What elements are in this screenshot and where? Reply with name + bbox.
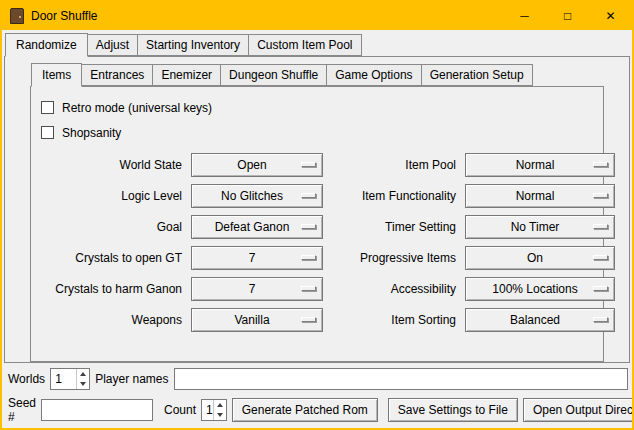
- minimize-button[interactable]: ─: [503, 2, 546, 30]
- crystals-open-gt-label: Crystals to open GT: [37, 251, 185, 265]
- worlds-row: Worlds 1 Player names: [8, 368, 628, 390]
- spin-up-icon[interactable]: [214, 400, 226, 410]
- dropdown-value: Balanced: [510, 313, 570, 327]
- world-state-label: World State: [37, 158, 185, 172]
- dropdown-value: No Timer: [511, 220, 570, 234]
- shopsanity-checkbox[interactable]: Shopsanity: [41, 120, 603, 145]
- checkbox-icon[interactable]: [41, 101, 54, 114]
- window-title: Door Shuffle: [31, 9, 98, 23]
- titlebar: Door Shuffle ─ □ ✕: [2, 2, 632, 30]
- menu-indicator-icon: [301, 162, 316, 167]
- tab-generation-setup[interactable]: Generation Setup: [421, 64, 533, 86]
- dropdown-world-state[interactable]: Open: [191, 153, 323, 177]
- menu-indicator-icon: [301, 255, 316, 260]
- crystals-harm-ganon-label: Crystals to harm Ganon: [37, 282, 185, 296]
- logic-level-label: Logic Level: [37, 189, 185, 203]
- menu-indicator-icon: [593, 255, 608, 260]
- weapons-label: Weapons: [37, 313, 185, 327]
- tab-starting-inventory[interactable]: Starting Inventory: [137, 34, 249, 56]
- tab-enemizer[interactable]: Enemizer: [152, 64, 221, 86]
- menu-indicator-icon: [593, 162, 608, 167]
- player-names-label: Player names: [95, 372, 168, 386]
- dropdown-value: No Glitches: [221, 189, 293, 203]
- retro-mode-checkbox[interactable]: Retro mode (universal keys): [41, 95, 603, 120]
- checkbox-icon[interactable]: [41, 126, 54, 139]
- open-output-directory-button[interactable]: Open Output Directory: [523, 398, 634, 422]
- dropdown-crystals-open-gt[interactable]: 7: [191, 246, 323, 270]
- item-functionality-label: Item Functionality: [329, 189, 459, 203]
- accessibility-label: Accessibility: [329, 282, 459, 296]
- menu-indicator-icon: [301, 286, 316, 291]
- item-sorting-label: Item Sorting: [329, 313, 459, 327]
- checkbox-group: Retro mode (universal keys) Shopsanity: [41, 95, 603, 145]
- menu-indicator-icon: [301, 317, 316, 322]
- worlds-label: Worlds: [8, 372, 45, 386]
- dropdown-item-functionality[interactable]: Normal: [465, 184, 615, 208]
- count-value[interactable]: 1: [202, 400, 213, 420]
- spin-down-icon[interactable]: [214, 410, 226, 420]
- randomize-pane: Items Entrances Enemizer Dungeon Shuffle…: [4, 56, 630, 363]
- generate-patched-rom-button[interactable]: Generate Patched Rom: [232, 398, 378, 422]
- options-grid: World State Open Item Pool Normal Logic …: [37, 153, 599, 332]
- seed-input[interactable]: [41, 399, 153, 421]
- save-settings-button[interactable]: Save Settings to File: [388, 398, 518, 422]
- menu-indicator-icon: [593, 224, 608, 229]
- close-button[interactable]: ✕: [589, 2, 632, 30]
- menu-indicator-icon: [593, 286, 608, 291]
- dropdown-weapons[interactable]: Vanilla: [191, 308, 323, 332]
- worlds-spinner[interactable]: 1: [50, 368, 90, 390]
- dropdown-value: 7: [249, 282, 266, 296]
- dropdown-value: 7: [249, 251, 266, 265]
- bottom-controls: Worlds 1 Player names Seed # Count 1: [2, 363, 632, 430]
- seed-label: Seed #: [8, 396, 36, 424]
- app-icon: [10, 8, 24, 24]
- dropdown-crystals-harm-ganon[interactable]: 7: [191, 277, 323, 301]
- tab-items[interactable]: Items: [31, 63, 82, 87]
- menu-indicator-icon: [593, 193, 608, 198]
- menu-indicator-icon: [593, 317, 608, 322]
- spin-arrows: [213, 400, 226, 420]
- spin-arrows: [76, 369, 89, 389]
- dropdown-goal[interactable]: Defeat Ganon: [191, 215, 323, 239]
- dropdown-timer-setting[interactable]: No Timer: [465, 215, 615, 239]
- tab-entrances[interactable]: Entrances: [81, 64, 153, 86]
- maximize-button[interactable]: □: [546, 2, 589, 30]
- dropdown-progressive-items[interactable]: On: [465, 246, 615, 270]
- count-spinner[interactable]: 1: [201, 399, 227, 421]
- timer-setting-label: Timer Setting: [329, 220, 459, 234]
- tab-custom-item-pool[interactable]: Custom Item Pool: [248, 34, 361, 56]
- inner-tabstrip: Items Entrances Enemizer Dungeon Shuffle…: [31, 62, 629, 86]
- seed-row: Seed # Count 1 Generate Patched Rom Save…: [8, 396, 628, 424]
- tab-dungeon-shuffle[interactable]: Dungeon Shuffle: [220, 64, 327, 86]
- app-window: Door Shuffle ─ □ ✕ Randomize Adjust Star…: [0, 0, 634, 430]
- dropdown-value: Normal: [516, 158, 565, 172]
- dropdown-item-sorting[interactable]: Balanced: [465, 308, 615, 332]
- dropdown-value: Normal: [516, 189, 565, 203]
- outer-tabstrip: Randomize Adjust Starting Inventory Cust…: [2, 32, 632, 56]
- menu-indicator-icon: [301, 224, 316, 229]
- items-pane: Retro mode (universal keys) Shopsanity W…: [30, 86, 604, 362]
- checkbox-label: Shopsanity: [62, 126, 121, 140]
- tab-randomize[interactable]: Randomize: [5, 33, 88, 57]
- count-label: Count: [164, 403, 196, 417]
- dropdown-value: 100% Locations: [492, 282, 587, 296]
- spin-down-icon[interactable]: [77, 379, 89, 389]
- dropdown-value: Open: [237, 158, 276, 172]
- menu-indicator-icon: [301, 193, 316, 198]
- item-pool-label: Item Pool: [329, 158, 459, 172]
- checkbox-label: Retro mode (universal keys): [62, 101, 212, 115]
- goal-label: Goal: [37, 220, 185, 234]
- dropdown-value: Defeat Ganon: [215, 220, 300, 234]
- progressive-items-label: Progressive Items: [329, 251, 459, 265]
- worlds-value[interactable]: 1: [51, 369, 76, 389]
- dropdown-logic-level[interactable]: No Glitches: [191, 184, 323, 208]
- tab-game-options[interactable]: Game Options: [326, 64, 421, 86]
- dropdown-value: On: [527, 251, 553, 265]
- dropdown-value: Vanilla: [234, 313, 279, 327]
- tab-adjust[interactable]: Adjust: [87, 34, 138, 56]
- dropdown-item-pool[interactable]: Normal: [465, 153, 615, 177]
- window-controls: ─ □ ✕: [503, 2, 632, 30]
- dropdown-accessibility[interactable]: 100% Locations: [465, 277, 615, 301]
- spin-up-icon[interactable]: [77, 369, 89, 379]
- player-names-input[interactable]: [174, 368, 629, 390]
